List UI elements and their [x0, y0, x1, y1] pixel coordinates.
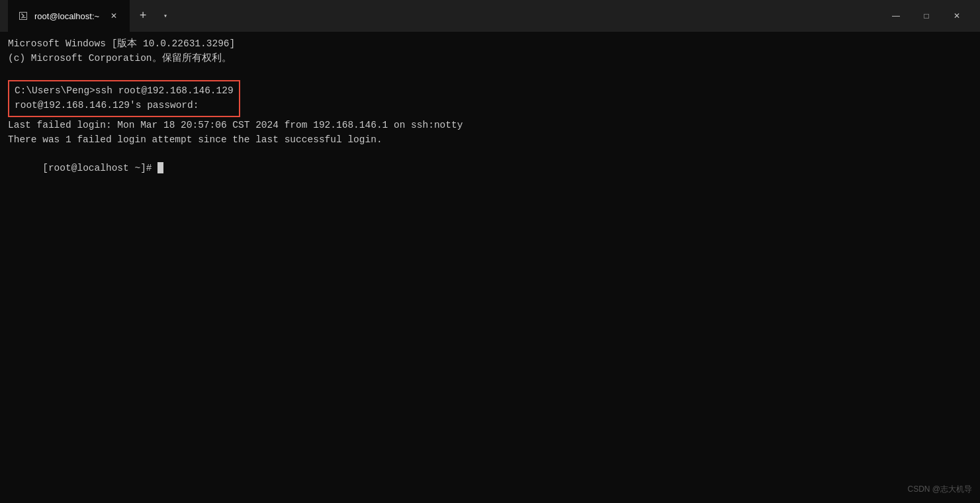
terminal-window: root@localhost:~ ✕ + ▾ — □ ✕ Microsoft W… — [0, 0, 980, 503]
watermark: CSDN @志大机导 — [907, 483, 972, 495]
terminal-line-8: [root@localhost ~]# — [8, 147, 972, 190]
svg-rect-0 — [23, 17, 26, 18]
terminal-line-1: Microsoft Windows [版本 10.0.22631.3296] — [8, 37, 972, 52]
terminal-line-2: (c) Microsoft Corporation。保留所有权利。 — [8, 52, 972, 66]
red-border-box: C:\Users\Peng>ssh root@192.168.146.129 r… — [8, 80, 240, 117]
terminal-line-7: There was 1 failed login attempt since t… — [8, 133, 972, 148]
tab-root[interactable]: root@localhost:~ ✕ — [8, 0, 130, 32]
tab-dropdown-button[interactable]: ▾ — [155, 5, 176, 26]
window-controls: — □ ✕ — [881, 5, 972, 26]
highlighted-commands: C:\Users\Peng>ssh root@192.168.146.129 r… — [8, 80, 240, 117]
tab-close-button[interactable]: ✕ — [107, 9, 120, 23]
terminal-icon — [17, 10, 29, 22]
close-button[interactable]: ✕ — [942, 5, 972, 26]
tab-area: root@localhost:~ ✕ + ▾ — [8, 0, 881, 32]
terminal-line-6: Last failed login: Mon Mar 18 20:57:06 C… — [8, 118, 972, 133]
terminal-body[interactable]: Microsoft Windows [版本 10.0.22631.3296] (… — [0, 32, 980, 503]
terminal-line-5: root@192.168.146.129's password: — [15, 99, 234, 113]
tab-label: root@localhost:~ — [34, 11, 99, 21]
maximize-button[interactable]: □ — [911, 5, 942, 26]
minimize-button[interactable]: — — [881, 5, 911, 26]
terminal-line-4: C:\Users\Peng>ssh root@192.168.146.129 — [15, 84, 234, 99]
titlebar: root@localhost:~ ✕ + ▾ — □ ✕ — [0, 0, 980, 32]
cursor — [157, 162, 163, 173]
new-tab-button[interactable]: + — [132, 5, 154, 26]
terminal-line-3 — [8, 66, 972, 81]
